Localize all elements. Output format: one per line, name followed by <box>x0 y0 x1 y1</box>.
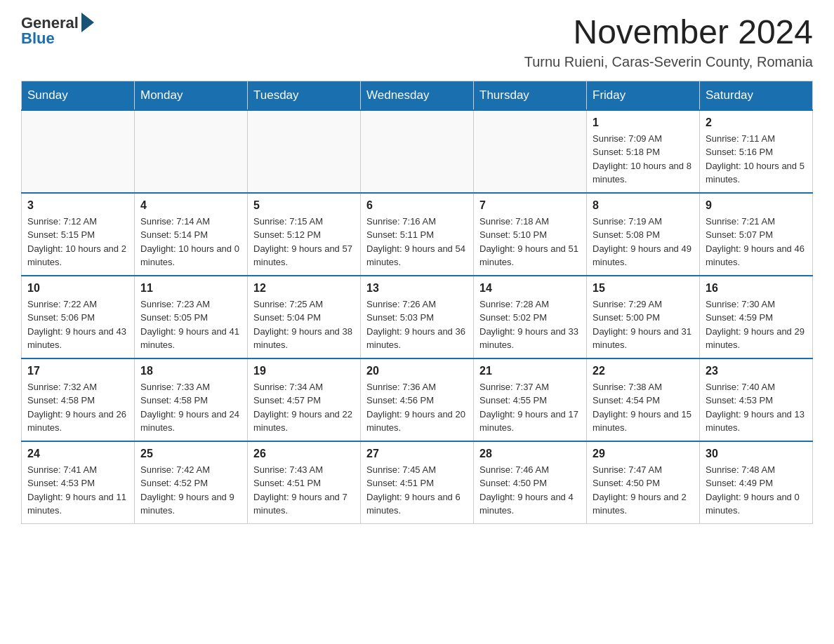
day-info: Sunrise: 7:23 AMSunset: 5:05 PMDaylight:… <box>140 297 241 352</box>
title-area: November 2024 Turnu Ruieni, Caras-Severi… <box>524 14 813 70</box>
day-info: Sunrise: 7:42 AMSunset: 4:52 PMDaylight:… <box>140 463 241 518</box>
calendar-cell: 2Sunrise: 7:11 AMSunset: 5:16 PMDaylight… <box>700 110 813 193</box>
day-number: 25 <box>140 448 241 460</box>
day-number: 8 <box>593 199 694 212</box>
day-info: Sunrise: 7:33 AMSunset: 4:58 PMDaylight:… <box>140 380 241 435</box>
calendar-cell: 9Sunrise: 7:21 AMSunset: 5:07 PMDaylight… <box>700 193 813 276</box>
day-number: 24 <box>27 448 128 460</box>
day-number: 23 <box>706 365 807 377</box>
calendar-header-row: SundayMondayTuesdayWednesdayThursdayFrid… <box>22 81 813 110</box>
day-info: Sunrise: 7:19 AMSunset: 5:08 PMDaylight:… <box>593 215 694 269</box>
calendar-cell <box>361 110 474 193</box>
day-number: 11 <box>140 282 241 295</box>
weekday-header-thursday: Thursday <box>474 81 587 110</box>
calendar-cell: 27Sunrise: 7:45 AMSunset: 4:51 PMDayligh… <box>361 441 474 524</box>
day-info: Sunrise: 7:26 AMSunset: 5:03 PMDaylight:… <box>366 297 468 352</box>
day-info: Sunrise: 7:22 AMSunset: 5:06 PMDaylight:… <box>27 297 128 352</box>
calendar-table: SundayMondayTuesdayWednesdayThursdayFrid… <box>21 81 813 524</box>
page-header: General Blue November 2024 Turnu Ruieni,… <box>21 14 813 70</box>
logo-blue-text: Blue <box>21 29 94 48</box>
calendar-cell: 26Sunrise: 7:43 AMSunset: 4:51 PMDayligh… <box>248 441 361 524</box>
day-info: Sunrise: 7:45 AMSunset: 4:51 PMDaylight:… <box>366 463 468 518</box>
calendar-cell: 23Sunrise: 7:40 AMSunset: 4:53 PMDayligh… <box>700 358 813 441</box>
day-info: Sunrise: 7:28 AMSunset: 5:02 PMDaylight:… <box>479 297 581 352</box>
day-number: 9 <box>706 199 807 212</box>
calendar-week-1: 1Sunrise: 7:09 AMSunset: 5:18 PMDaylight… <box>22 110 813 193</box>
day-number: 20 <box>366 365 468 377</box>
day-info: Sunrise: 7:12 AMSunset: 5:15 PMDaylight:… <box>27 215 128 269</box>
calendar-cell: 4Sunrise: 7:14 AMSunset: 5:14 PMDaylight… <box>135 193 248 276</box>
day-number: 22 <box>593 365 694 377</box>
calendar-cell: 19Sunrise: 7:34 AMSunset: 4:57 PMDayligh… <box>248 358 361 441</box>
weekday-header-friday: Friday <box>587 81 700 110</box>
calendar-cell: 24Sunrise: 7:41 AMSunset: 4:53 PMDayligh… <box>22 441 135 524</box>
calendar-cell: 15Sunrise: 7:29 AMSunset: 5:00 PMDayligh… <box>587 276 700 358</box>
location-subtitle: Turnu Ruieni, Caras-Severin County, Roma… <box>524 54 813 70</box>
day-info: Sunrise: 7:18 AMSunset: 5:10 PMDaylight:… <box>479 215 581 269</box>
calendar-week-2: 3Sunrise: 7:12 AMSunset: 5:15 PMDaylight… <box>22 193 813 276</box>
calendar-cell: 20Sunrise: 7:36 AMSunset: 4:56 PMDayligh… <box>361 358 474 441</box>
day-number: 16 <box>706 282 807 295</box>
day-info: Sunrise: 7:38 AMSunset: 4:54 PMDaylight:… <box>593 380 694 435</box>
day-number: 15 <box>593 282 694 295</box>
day-number: 29 <box>593 448 694 460</box>
day-number: 5 <box>253 199 355 212</box>
day-info: Sunrise: 7:11 AMSunset: 5:16 PMDaylight:… <box>706 132 807 187</box>
day-info: Sunrise: 7:46 AMSunset: 4:50 PMDaylight:… <box>479 463 581 518</box>
day-number: 13 <box>366 282 468 295</box>
day-info: Sunrise: 7:25 AMSunset: 5:04 PMDaylight:… <box>253 297 355 352</box>
day-number: 17 <box>27 365 128 377</box>
calendar-cell <box>474 110 587 193</box>
calendar-cell: 10Sunrise: 7:22 AMSunset: 5:06 PMDayligh… <box>22 276 135 358</box>
day-number: 3 <box>27 199 128 212</box>
calendar-cell: 14Sunrise: 7:28 AMSunset: 5:02 PMDayligh… <box>474 276 587 358</box>
day-number: 10 <box>27 282 128 295</box>
day-number: 14 <box>479 282 581 295</box>
logo: General Blue <box>21 14 94 48</box>
day-info: Sunrise: 7:15 AMSunset: 5:12 PMDaylight:… <box>253 215 355 269</box>
calendar-week-3: 10Sunrise: 7:22 AMSunset: 5:06 PMDayligh… <box>22 276 813 358</box>
weekday-header-monday: Monday <box>135 81 248 110</box>
day-info: Sunrise: 7:47 AMSunset: 4:50 PMDaylight:… <box>593 463 694 518</box>
calendar-week-4: 17Sunrise: 7:32 AMSunset: 4:58 PMDayligh… <box>22 358 813 441</box>
day-info: Sunrise: 7:21 AMSunset: 5:07 PMDaylight:… <box>706 215 807 269</box>
day-number: 27 <box>366 448 468 460</box>
calendar-cell: 29Sunrise: 7:47 AMSunset: 4:50 PMDayligh… <box>587 441 700 524</box>
day-number: 21 <box>479 365 581 377</box>
calendar-cell: 21Sunrise: 7:37 AMSunset: 4:55 PMDayligh… <box>474 358 587 441</box>
day-info: Sunrise: 7:14 AMSunset: 5:14 PMDaylight:… <box>140 215 241 269</box>
calendar-cell <box>248 110 361 193</box>
calendar-cell: 18Sunrise: 7:33 AMSunset: 4:58 PMDayligh… <box>135 358 248 441</box>
calendar-cell: 16Sunrise: 7:30 AMSunset: 4:59 PMDayligh… <box>700 276 813 358</box>
calendar-cell: 25Sunrise: 7:42 AMSunset: 4:52 PMDayligh… <box>135 441 248 524</box>
calendar-cell: 1Sunrise: 7:09 AMSunset: 5:18 PMDaylight… <box>587 110 700 193</box>
calendar-cell: 28Sunrise: 7:46 AMSunset: 4:50 PMDayligh… <box>474 441 587 524</box>
day-info: Sunrise: 7:29 AMSunset: 5:00 PMDaylight:… <box>593 297 694 352</box>
day-info: Sunrise: 7:30 AMSunset: 4:59 PMDaylight:… <box>706 297 807 352</box>
day-number: 7 <box>479 199 581 212</box>
weekday-header-saturday: Saturday <box>700 81 813 110</box>
calendar-cell: 22Sunrise: 7:38 AMSunset: 4:54 PMDayligh… <box>587 358 700 441</box>
day-info: Sunrise: 7:34 AMSunset: 4:57 PMDaylight:… <box>253 380 355 435</box>
day-number: 30 <box>706 448 807 460</box>
day-number: 12 <box>253 282 355 295</box>
day-number: 6 <box>366 199 468 212</box>
calendar-cell: 17Sunrise: 7:32 AMSunset: 4:58 PMDayligh… <box>22 358 135 441</box>
calendar-cell: 6Sunrise: 7:16 AMSunset: 5:11 PMDaylight… <box>361 193 474 276</box>
day-number: 26 <box>253 448 355 460</box>
day-number: 1 <box>593 116 694 129</box>
day-info: Sunrise: 7:32 AMSunset: 4:58 PMDaylight:… <box>27 380 128 435</box>
day-number: 4 <box>140 199 241 212</box>
calendar-cell: 5Sunrise: 7:15 AMSunset: 5:12 PMDaylight… <box>248 193 361 276</box>
calendar-cell: 12Sunrise: 7:25 AMSunset: 5:04 PMDayligh… <box>248 276 361 358</box>
day-info: Sunrise: 7:43 AMSunset: 4:51 PMDaylight:… <box>253 463 355 518</box>
day-info: Sunrise: 7:37 AMSunset: 4:55 PMDaylight:… <box>479 380 581 435</box>
day-info: Sunrise: 7:09 AMSunset: 5:18 PMDaylight:… <box>593 132 694 187</box>
day-info: Sunrise: 7:41 AMSunset: 4:53 PMDaylight:… <box>27 463 128 518</box>
day-number: 28 <box>479 448 581 460</box>
day-number: 18 <box>140 365 241 377</box>
weekday-header-sunday: Sunday <box>22 81 135 110</box>
calendar-cell: 8Sunrise: 7:19 AMSunset: 5:08 PMDaylight… <box>587 193 700 276</box>
day-number: 19 <box>253 365 355 377</box>
month-year-title: November 2024 <box>524 14 813 51</box>
